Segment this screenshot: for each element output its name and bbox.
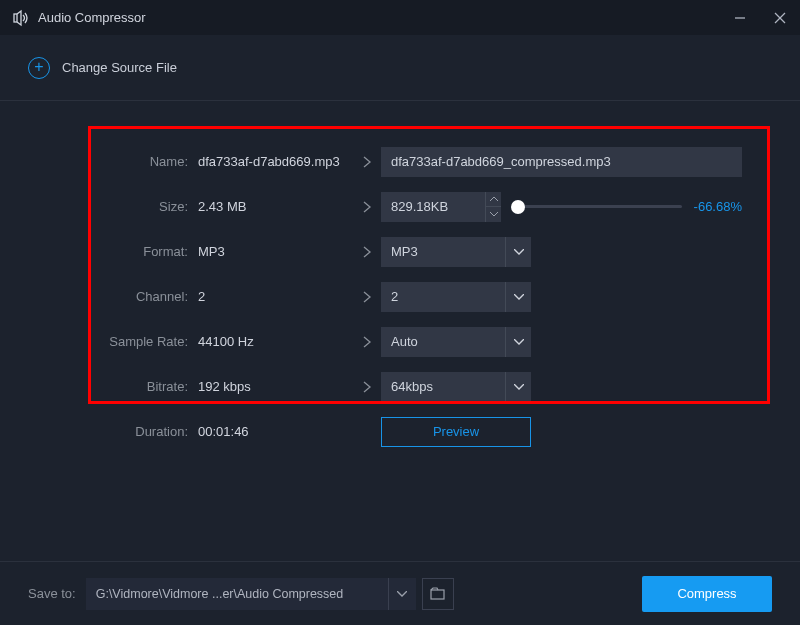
minimize-button[interactable] <box>720 0 760 35</box>
row-channel: Channel: 2 2 <box>28 274 742 319</box>
label-bitrate: Bitrate: <box>28 379 198 394</box>
source-channel: 2 <box>198 289 353 304</box>
svg-rect-0 <box>14 14 17 22</box>
size-up-button[interactable] <box>485 192 501 207</box>
bitrate-value: 64kbps <box>391 379 505 394</box>
label-channel: Channel: <box>28 289 198 304</box>
row-format: Format: MP3 MP3 <box>28 229 742 274</box>
target-size-value: 829.18KB <box>381 199 485 214</box>
size-percent: -66.68% <box>694 199 742 214</box>
open-folder-button[interactable] <box>422 578 454 610</box>
format-select[interactable]: MP3 <box>381 237 531 267</box>
size-down-button[interactable] <box>485 207 501 222</box>
label-format: Format: <box>28 244 198 259</box>
bottom-bar: Save to: G:\Vidmore\Vidmore ...er\Audio … <box>0 561 800 625</box>
source-bitrate: 192 kbps <box>198 379 353 394</box>
save-path: G:\Vidmore\Vidmore ...er\Audio Compresse… <box>86 587 388 601</box>
channel-select[interactable]: 2 <box>381 282 531 312</box>
row-bitrate: Bitrate: 192 kbps 64kbps <box>28 364 742 409</box>
window-controls <box>720 0 800 35</box>
form-container: Name: dfa733af-d7abd669.mp3 Size: 2.43 M… <box>28 121 772 454</box>
source-sample-rate: 44100 Hz <box>198 334 353 349</box>
dropdown-icon <box>505 327 531 357</box>
slider-track <box>513 205 682 208</box>
slider-thumb[interactable] <box>511 200 525 214</box>
dropdown-icon <box>505 237 531 267</box>
format-value: MP3 <box>391 244 505 259</box>
change-source-row[interactable]: + Change Source File <box>0 35 800 101</box>
dropdown-icon <box>505 282 531 312</box>
bitrate-select[interactable]: 64kbps <box>381 372 531 402</box>
chevron-right-icon <box>353 335 381 349</box>
size-slider[interactable] <box>513 205 682 208</box>
dropdown-icon <box>505 372 531 402</box>
sample-rate-value: Auto <box>391 334 505 349</box>
row-duration: Duration: 00:01:46 Preview <box>28 409 742 454</box>
close-button[interactable] <box>760 0 800 35</box>
change-source-label: Change Source File <box>62 60 177 75</box>
chevron-right-icon <box>353 200 381 214</box>
add-icon: + <box>28 57 50 79</box>
save-to-label: Save to: <box>28 586 76 601</box>
source-size: 2.43 MB <box>198 199 353 214</box>
label-size: Size: <box>28 199 198 214</box>
duration-value: 00:01:46 <box>198 424 353 439</box>
label-sample-rate: Sample Rate: <box>28 334 198 349</box>
dropdown-icon <box>388 578 416 610</box>
sample-rate-select[interactable]: Auto <box>381 327 531 357</box>
chevron-right-icon <box>353 380 381 394</box>
app-icon <box>12 9 30 27</box>
channel-value: 2 <box>391 289 505 304</box>
label-name: Name: <box>28 154 198 169</box>
app-title: Audio Compressor <box>38 10 146 25</box>
source-format: MP3 <box>198 244 353 259</box>
target-size-stepper[interactable]: 829.18KB <box>381 192 501 222</box>
row-sample-rate: Sample Rate: 44100 Hz Auto <box>28 319 742 364</box>
chevron-right-icon <box>353 155 381 169</box>
app-window: Audio Compressor + Change Source File Na… <box>0 0 800 625</box>
label-duration: Duration: <box>28 424 198 439</box>
chevron-right-icon <box>353 245 381 259</box>
output-name-input[interactable] <box>381 147 742 177</box>
row-name: Name: dfa733af-d7abd669.mp3 <box>28 139 742 184</box>
svg-rect-4 <box>431 590 444 599</box>
source-name: dfa733af-d7abd669.mp3 <box>198 154 353 169</box>
main-area: Name: dfa733af-d7abd669.mp3 Size: 2.43 M… <box>0 101 800 561</box>
titlebar: Audio Compressor <box>0 0 800 35</box>
compress-button[interactable]: Compress <box>642 576 772 612</box>
save-path-select[interactable]: G:\Vidmore\Vidmore ...er\Audio Compresse… <box>86 578 416 610</box>
row-size: Size: 2.43 MB 829.18KB <box>28 184 742 229</box>
chevron-right-icon <box>353 290 381 304</box>
preview-button[interactable]: Preview <box>381 417 531 447</box>
